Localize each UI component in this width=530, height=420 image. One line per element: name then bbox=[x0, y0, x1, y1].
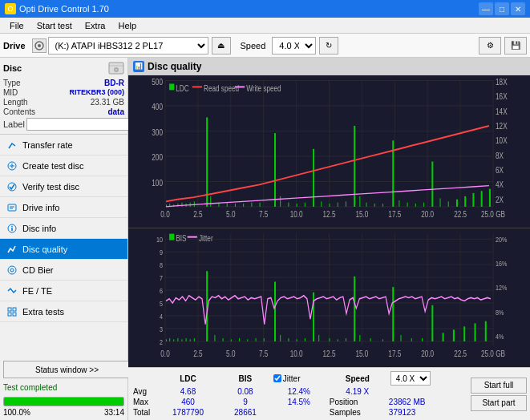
max-ldc: 460 bbox=[156, 397, 220, 407]
sidebar-item-disc-quality[interactable]: Disc quality bbox=[0, 239, 127, 260]
sidebar-item-create-test-disc[interactable]: Create test disc bbox=[0, 155, 127, 176]
svg-rect-90 bbox=[382, 204, 383, 207]
sidebar-item-fe-te[interactable]: FE / TE bbox=[0, 281, 127, 301]
title-bar-left: O Opti Drive Control 1.70 bbox=[5, 3, 109, 14]
svg-rect-166 bbox=[239, 338, 240, 341]
disc-contents-key: Contents bbox=[3, 107, 35, 116]
close-button[interactable]: ✕ bbox=[511, 2, 525, 15]
svg-rect-87 bbox=[359, 196, 360, 207]
sidebar-item-disc-info[interactable]: Disc info bbox=[0, 218, 127, 239]
start-part-button[interactable]: Start part bbox=[471, 395, 527, 411]
sidebar-item-extra-tests[interactable]: Extra tests bbox=[0, 301, 127, 322]
svg-text:7.5: 7.5 bbox=[259, 209, 268, 219]
content-area: 📊 Disc quality bbox=[128, 58, 530, 420]
svg-text:3: 3 bbox=[160, 325, 163, 333]
save-button[interactable]: 💾 bbox=[504, 37, 527, 55]
settings-button[interactable]: ⚙ bbox=[479, 37, 501, 55]
svg-rect-181 bbox=[359, 335, 360, 341]
svg-rect-167 bbox=[247, 339, 248, 341]
svg-rect-173 bbox=[297, 339, 297, 341]
speed-select[interactable]: 4.0 X bbox=[272, 37, 316, 55]
svg-rect-160 bbox=[190, 339, 191, 341]
menu-start-test[interactable]: Start test bbox=[30, 19, 79, 32]
svg-text:7: 7 bbox=[160, 273, 163, 282]
svg-rect-19 bbox=[13, 308, 16, 311]
disc-image-icon bbox=[108, 61, 124, 75]
jitter-checkbox-label[interactable]: Jitter bbox=[273, 374, 325, 383]
svg-rect-180 bbox=[354, 277, 355, 341]
stats-bar: LDC BIS Jitter Speed 4.0 X bbox=[128, 367, 530, 420]
status-window-button[interactable]: Status window >> bbox=[3, 361, 131, 378]
svg-rect-93 bbox=[407, 203, 408, 207]
svg-text:BIS: BIS bbox=[176, 233, 186, 243]
nav-cd-bier-label: CD Bier bbox=[22, 265, 54, 275]
action-buttons: Start full Start part bbox=[471, 370, 527, 418]
svg-rect-18 bbox=[8, 308, 11, 311]
title-bar: O Opti Drive Control 1.70 — □ ✕ bbox=[0, 0, 530, 18]
start-full-button[interactable]: Start full bbox=[471, 378, 527, 394]
maximize-button[interactable]: □ bbox=[495, 2, 509, 15]
svg-text:400: 400 bbox=[152, 102, 163, 111]
minimize-button[interactable]: — bbox=[479, 2, 493, 15]
svg-point-5 bbox=[115, 69, 117, 71]
svg-text:5.0: 5.0 bbox=[226, 209, 235, 219]
svg-rect-70 bbox=[218, 204, 219, 207]
svg-rect-99 bbox=[456, 200, 458, 207]
nav-fe-te-label: FE / TE bbox=[22, 286, 52, 296]
extra-tests-icon bbox=[6, 306, 18, 317]
speed-header: Speed bbox=[328, 370, 387, 386]
eject-button[interactable]: ⏏ bbox=[212, 37, 231, 55]
disc-mid-key: MID bbox=[3, 88, 18, 97]
disc-header: Disc bbox=[3, 61, 124, 75]
svg-rect-75 bbox=[260, 203, 261, 207]
nav-disc-quality-label: Disc quality bbox=[22, 244, 67, 254]
menu-file[interactable]: File bbox=[3, 19, 30, 32]
lower-chart: 10 9 8 7 6 5 4 3 2 20% 16% 12% 8% 4% bbox=[128, 228, 530, 367]
disc-type-row: Type BD-R bbox=[3, 79, 124, 87]
avg-label: Avg bbox=[131, 386, 156, 397]
jitter-checkbox[interactable] bbox=[273, 374, 281, 382]
svg-text:12%: 12% bbox=[496, 283, 508, 292]
svg-rect-88 bbox=[366, 203, 367, 207]
svg-rect-176 bbox=[318, 335, 319, 341]
svg-point-1 bbox=[38, 44, 41, 47]
disc-label-input[interactable] bbox=[26, 118, 130, 131]
svg-text:200: 200 bbox=[152, 152, 163, 162]
disc-contents-row: Contents data bbox=[3, 107, 124, 116]
svg-text:0.0: 0.0 bbox=[160, 209, 169, 219]
svg-rect-172 bbox=[288, 338, 289, 341]
speed-label: Speed bbox=[241, 41, 266, 50]
svg-text:6X: 6X bbox=[496, 165, 504, 175]
svg-text:0.0: 0.0 bbox=[160, 349, 169, 358]
svg-text:25.0 GB: 25.0 GB bbox=[481, 209, 505, 219]
svg-text:12.5: 12.5 bbox=[323, 209, 336, 219]
total-ldc: 1787790 bbox=[156, 407, 220, 418]
svg-rect-156 bbox=[173, 339, 174, 341]
svg-text:10.0: 10.0 bbox=[290, 209, 303, 219]
sidebar-item-transfer-rate[interactable]: Transfer rate bbox=[0, 135, 127, 155]
refresh-button[interactable]: ↻ bbox=[319, 37, 338, 55]
svg-rect-163 bbox=[214, 335, 215, 341]
svg-rect-187 bbox=[422, 338, 423, 341]
create-test-disc-icon bbox=[6, 160, 18, 172]
svg-text:9: 9 bbox=[160, 248, 163, 256]
avg-jitter: 12.4% bbox=[270, 386, 328, 397]
svg-text:2.5: 2.5 bbox=[193, 349, 202, 358]
svg-rect-155 bbox=[169, 338, 170, 341]
disc-type-value: BD-R bbox=[104, 79, 124, 87]
sidebar: Disc Type BD-R MID RITEKBR3 (000) Length… bbox=[0, 58, 128, 420]
drive-select[interactable]: (K:) ATAPI iHBS312 2 PL17 bbox=[48, 37, 208, 55]
svg-rect-71 bbox=[227, 203, 228, 207]
menu-help[interactable]: Help bbox=[111, 19, 143, 32]
svg-rect-100 bbox=[464, 196, 466, 207]
svg-text:22.5: 22.5 bbox=[454, 209, 467, 219]
svg-point-15 bbox=[11, 225, 13, 227]
speed-select-stats[interactable]: 4.0 X bbox=[390, 371, 431, 386]
menu-extra[interactable]: Extra bbox=[79, 19, 112, 32]
drive-icon bbox=[32, 38, 47, 53]
sidebar-item-cd-bier[interactable]: CD Bier bbox=[0, 260, 127, 281]
sidebar-item-drive-info[interactable]: Drive info bbox=[0, 197, 127, 218]
svg-rect-165 bbox=[231, 339, 232, 341]
sidebar-item-verify-test-disc[interactable]: Verify test disc bbox=[0, 176, 127, 197]
menu-bar: File Start test Extra Help bbox=[0, 18, 530, 34]
